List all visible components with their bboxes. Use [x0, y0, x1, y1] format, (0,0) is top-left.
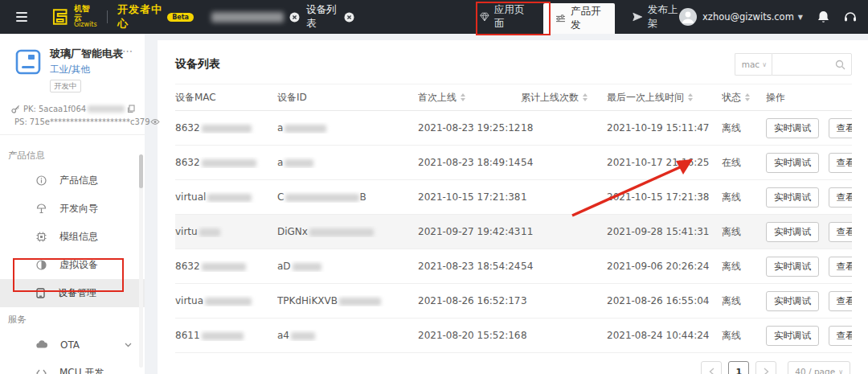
- redacted-product-name: [211, 12, 284, 23]
- sidebar-scrollbar[interactable]: [139, 154, 143, 368]
- device-id-cell: a: [277, 157, 418, 168]
- pk-label: PK:: [23, 105, 36, 113]
- nav-publish[interactable]: 发布上架: [633, 3, 679, 31]
- scrollbar-thumb[interactable]: [139, 154, 143, 188]
- sidebar-item-mcu-dev[interactable]: MCU 开发: [0, 359, 145, 374]
- redacted-mac: [205, 298, 252, 306]
- info-circle-icon: [36, 175, 47, 186]
- hamburger-menu-icon[interactable]: [16, 12, 27, 22]
- device-management-icon: [36, 288, 45, 298]
- search-input[interactable]: [779, 60, 835, 69]
- col-last-online[interactable]: 最后一次上线时间: [607, 91, 722, 105]
- sidebar-item-module-info[interactable]: 模组信息: [0, 223, 145, 251]
- redacted-mac: [199, 228, 220, 236]
- developer-center-label[interactable]: 开发者中心: [117, 2, 162, 31]
- copy-icon[interactable]: [127, 105, 135, 113]
- sidebar-item-virtual-device[interactable]: 虚拟设备: [0, 251, 145, 279]
- product-name: 玻璃厂智能电表: [50, 47, 123, 61]
- sidebar-item-label: 模组信息: [59, 230, 98, 244]
- table-row: 8632 a 2021-08-23 19:25:12 18 2021-10-19…: [175, 111, 852, 146]
- online-count-cell: 54: [521, 157, 607, 168]
- device-id-cell: aD: [277, 261, 418, 272]
- view-button[interactable]: 查看: [829, 118, 852, 138]
- sort-icon[interactable]: [461, 93, 465, 101]
- person-icon: [679, 8, 697, 26]
- sort-icon[interactable]: [583, 93, 588, 101]
- first-online-cell: 2021-10-15 17:21:38: [418, 191, 521, 203]
- realtime-debug-button[interactable]: 实时调试: [766, 257, 819, 277]
- realtime-debug-button[interactable]: 实时调试: [766, 118, 819, 138]
- realtime-debug-button[interactable]: 实时调试: [766, 326, 819, 346]
- user-caret-icon[interactable]: ▼: [798, 14, 803, 21]
- id-prefix: TPKdHiKXVB: [277, 295, 338, 306]
- online-count-cell: 3: [521, 295, 607, 306]
- mac-prefix: virtual: [175, 191, 206, 203]
- beta-badge: Beta: [167, 13, 194, 22]
- first-online-cell: 2021-08-26 16:52:17: [418, 295, 521, 306]
- nav-product-dev[interactable]: 产品开发: [543, 3, 615, 34]
- logo-en: Gizwits: [74, 22, 97, 28]
- realtime-debug-button[interactable]: 实时调试: [766, 291, 819, 311]
- view-button[interactable]: 查看: [829, 291, 852, 311]
- next-page-button[interactable]: [755, 361, 776, 374]
- nav-app-page[interactable]: 应用页面: [480, 3, 526, 31]
- last-online-cell: 2021-08-26 16:55:04: [607, 295, 722, 306]
- redacted-mac: [202, 332, 244, 340]
- col-online-count[interactable]: 累计上线次数: [521, 91, 607, 105]
- support-headset-icon[interactable]: [844, 10, 857, 23]
- page-number-button[interactable]: 1: [728, 361, 749, 374]
- search-icon[interactable]: [835, 60, 845, 70]
- view-button[interactable]: 查看: [829, 153, 852, 173]
- search-filter-value: mac: [742, 60, 760, 69]
- page-size-select[interactable]: 40 / page ∨: [788, 361, 850, 374]
- product-category-link[interactable]: 工业/其他: [50, 64, 123, 76]
- realtime-debug-button[interactable]: 实时调试: [766, 222, 819, 242]
- col-first-online[interactable]: 首次上线: [418, 91, 521, 105]
- search-filter-select[interactable]: mac ∨: [735, 53, 772, 76]
- status-cell: 在线: [722, 156, 766, 170]
- table-row: 8632 aD 2021-08-23 18:54:24 54 2021-09-0…: [175, 249, 852, 284]
- id-prefix: C: [277, 191, 284, 203]
- realtime-debug-button[interactable]: 实时调试: [766, 187, 819, 208]
- actions-cell: 实时调试 查看: [766, 153, 852, 173]
- ps-label: PS:: [14, 117, 27, 126]
- pk-row: PK: 5acaa1f064: [11, 105, 135, 113]
- id-suffix: B: [359, 191, 366, 203]
- sidebar-item-device-management[interactable]: 设备管理: [0, 279, 145, 307]
- redacted-id: [285, 159, 313, 167]
- gizwits-logo[interactable]: 机智云 Gizwits: [51, 5, 97, 28]
- sidebar-item-label: OTA: [60, 339, 80, 351]
- col-status[interactable]: 状态: [722, 91, 766, 105]
- top-bar: 机智云 Gizwits 开发者中心 Beta 设备列表 应用页面: [0, 0, 868, 34]
- tab-circle-icon[interactable]: [289, 12, 300, 23]
- sort-icon[interactable]: [745, 93, 750, 101]
- table-row: 8632 a 2021-08-23 18:49:14 54 2021-10-17…: [175, 146, 852, 180]
- realtime-debug-button[interactable]: 实时调试: [766, 153, 819, 173]
- sidebar-item-ota[interactable]: OTA: [0, 331, 145, 359]
- sort-icon[interactable]: [688, 93, 693, 101]
- sidebar-item-product-info[interactable]: 产品信息: [0, 166, 145, 195]
- view-button[interactable]: 查看: [829, 222, 852, 242]
- view-button[interactable]: 查看: [829, 257, 852, 277]
- open-tab-device-list[interactable]: 设备列表: [306, 3, 338, 31]
- view-button[interactable]: 查看: [829, 326, 852, 346]
- device-mac-cell: 8632: [175, 157, 277, 168]
- more-icon[interactable]: ⋯: [122, 45, 133, 57]
- col-device-mac: 设备MAC: [175, 91, 277, 105]
- status-cell: 离线: [722, 294, 766, 308]
- sidebar-item-dev-wizard[interactable]: 开发向导: [0, 195, 145, 223]
- page-title: 设备列表: [175, 57, 220, 72]
- prev-page-button[interactable]: [701, 361, 722, 374]
- notifications-bell-icon[interactable]: [817, 10, 829, 23]
- eye-icon[interactable]: [150, 118, 160, 125]
- view-button[interactable]: 查看: [829, 187, 852, 208]
- user-email[interactable]: xzhou@gizwits.com: [702, 11, 794, 23]
- tab-close-icon[interactable]: [344, 12, 354, 23]
- online-count-cell: 8: [521, 330, 607, 341]
- redacted-id: [293, 263, 321, 271]
- device-list-card: 设备列表 mac ∨: [158, 40, 868, 374]
- sidebar: 玻璃厂智能电表 工业/其他 开发中 ⋯ PK: 5acaa1f064: [0, 34, 145, 374]
- avatar[interactable]: [679, 8, 697, 26]
- sidebar-item-label: 虚拟设备: [59, 258, 98, 272]
- cloud-icon: [36, 340, 47, 349]
